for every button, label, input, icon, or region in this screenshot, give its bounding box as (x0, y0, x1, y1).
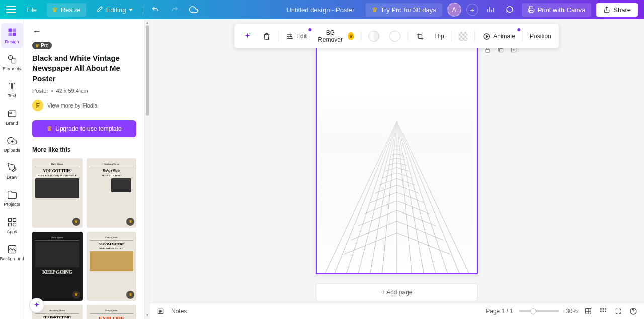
context-toolbar: Edit BG Remover ♛ Flip Animate (234, 24, 559, 48)
edit-image-button[interactable]: Edit (281, 29, 311, 43)
rail-background[interactable]: Background (1, 240, 23, 265)
meta-type: Poster (32, 88, 48, 94)
color-picker-button-2[interactable] (385, 28, 405, 44)
fullscreen-button[interactable] (614, 307, 623, 316)
rail-label: Uploads (4, 148, 20, 153)
byline-text: View more by Flodia (47, 102, 97, 109)
author-byline[interactable]: F View more by Flodia (32, 100, 136, 111)
template-thumb[interactable]: Breaking News Baby Olivia IS ON THE WAY!… (87, 158, 137, 228)
back-button[interactable]: ← (32, 26, 136, 37)
add-member-button[interactable]: + (466, 4, 478, 16)
share-button[interactable]: Share (596, 3, 638, 17)
divider (408, 31, 408, 41)
insights-button[interactable] (484, 3, 498, 17)
template-thumb[interactable]: Daily Quote BLOOM WHERE YOU ARE PLANTED … (87, 232, 137, 301)
rail-draw[interactable]: Draw (1, 159, 23, 184)
svg-rect-9 (13, 219, 16, 222)
pro-label: Pro (41, 43, 49, 48)
svg-point-14 (249, 33, 250, 34)
divider (278, 31, 278, 41)
redo-button[interactable] (168, 3, 182, 17)
transparency-icon (458, 32, 467, 41)
rail-apps[interactable]: Apps (1, 213, 23, 238)
editing-mode-button[interactable]: Editing (91, 3, 138, 17)
svg-point-17 (291, 38, 293, 39)
notes-button[interactable]: Notes (171, 308, 187, 315)
flip-button[interactable]: Flip (430, 30, 448, 42)
thumbnail-view-button[interactable] (599, 307, 608, 316)
pro-crown-icon: ♛ (126, 218, 134, 226)
thumb-headline: BLOOM WHERE (90, 243, 134, 246)
color-picker-button[interactable] (364, 28, 383, 44)
cloud-sync-icon[interactable] (187, 3, 201, 17)
crown-icon: ♛ (52, 6, 58, 14)
delete-button[interactable] (258, 29, 275, 43)
print-button[interactable]: Print with Canva (522, 3, 592, 17)
resize-label: Resize (61, 6, 81, 14)
crown-icon: ♛ (47, 125, 52, 132)
share-label: Share (613, 6, 631, 14)
sparkle-icon (243, 32, 252, 41)
svg-rect-8 (8, 219, 11, 222)
design-title[interactable]: Untitled design - Poster (286, 6, 354, 14)
notification-dot (517, 28, 520, 31)
template-thumb[interactable]: Daily Quote YOU GOT THIS! KEEP BELIEVING… (32, 158, 83, 228)
ai-assist-button[interactable] (29, 298, 44, 313)
background-icon (7, 244, 17, 254)
rail-projects[interactable]: Projects (1, 186, 23, 211)
main-menu-button[interactable] (6, 6, 16, 13)
try-pro-label: Try Pro for 30 days (381, 6, 436, 14)
thumb-image (111, 178, 131, 192)
meta-dot: • (51, 88, 53, 94)
magic-button[interactable] (238, 29, 256, 43)
rail-label: Background (0, 256, 24, 261)
scroll-down-arrow: ▾ (145, 313, 150, 318)
template-thumb[interactable]: Daily Quote KEEP GOING ♛ (32, 232, 83, 301)
comments-button[interactable] (503, 3, 517, 17)
try-pro-button[interactable]: ♛ Try Pro for 30 days (366, 3, 442, 17)
grid-view-button[interactable] (584, 307, 593, 316)
animate-button[interactable]: Animate (478, 29, 519, 43)
rail-uploads[interactable]: Uploads (1, 132, 23, 157)
svg-rect-42 (603, 310, 604, 312)
pro-crown-icon: ♛ (348, 32, 354, 40)
template-title: Black and White Vintage Newspaper All Ab… (32, 53, 136, 84)
thumb-masthead: Breaking News (90, 161, 134, 167)
template-thumb[interactable]: Daily Quote EXPLORE (87, 305, 137, 319)
zoom-slider[interactable] (519, 310, 559, 312)
bg-remover-button[interactable]: BG Remover ♛ (313, 27, 358, 46)
transparency-button[interactable] (454, 29, 471, 43)
panel-scrollbar[interactable]: ▴ ▾ (145, 19, 150, 319)
main-area: Design Elements T Text Brand Uploads Dra… (0, 19, 644, 319)
uploads-icon (7, 136, 17, 146)
poster-canvas[interactable] (316, 46, 478, 274)
rail-text[interactable]: T Text (1, 77, 23, 102)
print-label: Print with Canva (538, 6, 586, 14)
divider (474, 31, 475, 41)
page-indicator[interactable]: Page 1 / 1 (486, 308, 513, 315)
resize-button[interactable]: ♛ Resize (47, 3, 86, 17)
canvas-viewport[interactable]: + Add page (150, 19, 644, 303)
zoom-handle[interactable] (530, 308, 536, 314)
meta-dims: 42 x 59.4 cm (56, 88, 88, 94)
crop-icon (415, 32, 424, 41)
notification-dot (309, 28, 312, 31)
file-menu[interactable]: File (21, 3, 42, 17)
position-button[interactable]: Position (526, 30, 555, 42)
side-rail: Design Elements T Text Brand Uploads Dra… (0, 19, 24, 319)
draw-icon (7, 163, 17, 173)
add-page-button[interactable]: + Add page (316, 283, 478, 301)
upgrade-button[interactable]: ♛ Upgrade to use template (32, 120, 136, 137)
zoom-level[interactable]: 30% (566, 308, 578, 315)
elements-icon (7, 54, 17, 64)
animate-label: Animate (493, 33, 515, 40)
svg-point-16 (288, 36, 290, 37)
help-button[interactable] (629, 307, 638, 316)
scroll-thumb[interactable] (146, 25, 149, 116)
rail-design[interactable]: Design (1, 23, 23, 48)
rail-elements[interactable]: Elements (1, 50, 23, 75)
undo-button[interactable] (148, 3, 163, 17)
rail-brand[interactable]: Brand (1, 104, 23, 130)
user-avatar[interactable]: A (447, 3, 461, 17)
crop-button[interactable] (411, 29, 428, 43)
